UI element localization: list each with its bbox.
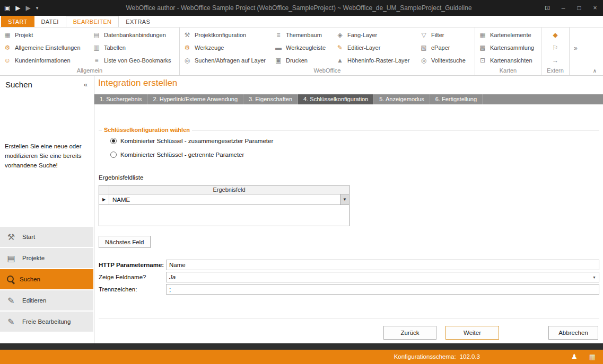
- window-controls: ⊡ – □ ×: [539, 0, 603, 16]
- http-param-label: HTTP Parametername:: [99, 262, 166, 268]
- radio-label: Kombinierter Schlüssel - getrennte Param…: [120, 152, 244, 158]
- ribbon-item-epaper[interactable]: ▧ ePaper: [416, 41, 475, 54]
- close-button[interactable]: ×: [587, 0, 603, 16]
- sidebar-item-editieren[interactable]: ✎ Editieren: [0, 290, 93, 310]
- ribbon-item-label: ePaper: [431, 45, 450, 51]
- layer-search-icon: ◎: [183, 57, 191, 64]
- wizard-step-2[interactable]: 2. Hyperlink/Externe Anwendung: [148, 94, 244, 104]
- sidebar-item-start[interactable]: ⚒ Start: [0, 227, 93, 247]
- ribbon-item-fang-layer[interactable]: ◈ Fang-Layer: [333, 29, 416, 41]
- main-content: Integration erstellen 1. Suchergebnis 2.…: [94, 76, 603, 343]
- ribbon-item-volltextsuche[interactable]: ◎ Volltextsuche: [416, 54, 475, 67]
- ribbon-item-datenbankanbindungen[interactable]: ▤ Datenbankanbindungen: [89, 29, 179, 41]
- grid-column-header[interactable]: Ergebnisfeld: [109, 185, 349, 194]
- ribbon-item-filter[interactable]: ▽ Filter: [416, 29, 475, 41]
- wizard-step-4[interactable]: 4. Schlüsselkonfiguration: [298, 94, 374, 104]
- ribbon-item-drucken[interactable]: ▣ Drucken: [271, 54, 333, 67]
- minimize-button[interactable]: –: [555, 0, 571, 16]
- show-fieldname-label: Zeige Feldname?: [99, 274, 166, 280]
- sidebar-item-suchen[interactable]: Suchen: [0, 269, 93, 289]
- ribbon-item-suchen-abfragen-layer[interactable]: ◎ Suchen/Abfragen auf Layer: [180, 54, 271, 67]
- cell-dropdown-button[interactable]: ▼: [340, 194, 349, 205]
- cancel-button[interactable]: Abbrechen: [548, 326, 598, 340]
- ribbon-group-label-karten: Karten: [475, 67, 541, 75]
- tab-extras[interactable]: EXTRAS: [119, 16, 157, 27]
- ribbon-item-label: Suchen/Abfragen auf Layer: [195, 57, 266, 64]
- window-title: WebOffice author - WebOffice Sample Proj…: [58, 4, 539, 12]
- free-edit-icon: ✎: [5, 317, 18, 327]
- back-button[interactable]: Zurück: [383, 326, 436, 340]
- sidebar-item-freie-bearbeitung[interactable]: ✎ Freie Bearbeitung: [0, 312, 93, 332]
- ribbon-item-kartenelemente[interactable]: ▦ Kartenelemente: [475, 29, 541, 41]
- qat-dropdown-icon[interactable]: ▾: [36, 5, 39, 11]
- ribbon-item-werkzeugleiste[interactable]: ▬ Werkzeugleiste: [271, 41, 333, 54]
- ribbon-item-label: Editier-Layer: [347, 45, 380, 51]
- sidebar-nav: ⚒ Start ▤ Projekte Suchen ✎ Editieren ✎: [0, 227, 93, 333]
- sidebar: Suchen « Erstellen Sie eine neue oder mo…: [0, 76, 94, 343]
- ribbon-item-themenbaum[interactable]: ≡ Themenbaum: [271, 29, 333, 41]
- connection-status-icon[interactable]: ▦: [589, 353, 596, 361]
- http-param-input[interactable]: [166, 260, 599, 270]
- ribbon-group-label-weboffice: WebOffice: [180, 67, 475, 75]
- ribbon-item-extern-geolocation[interactable]: ⚐: [541, 41, 569, 54]
- sidebar-item-label: Editieren: [22, 297, 46, 304]
- sidebar-item-label: Projekte: [22, 255, 45, 261]
- ribbon-item-tabellen[interactable]: ▥ Tabellen: [89, 41, 179, 54]
- selected-value: Ja: [169, 274, 176, 280]
- run-project-icon[interactable]: ▶: [15, 4, 20, 12]
- app-icon[interactable]: ▣: [4, 4, 10, 12]
- window-style-icon[interactable]: ⊡: [539, 0, 555, 16]
- ribbon-item-projektkonfiguration[interactable]: ⚒ Projektkonfiguration: [180, 29, 271, 41]
- separator-input[interactable]: [166, 284, 599, 295]
- projekt-icon: ▦: [3, 31, 12, 39]
- grid-row[interactable]: ▶ NAME ▼: [99, 194, 349, 205]
- ribbon-item-projekt[interactable]: ▦ Projekt: [0, 29, 89, 41]
- tab-bearbeiten[interactable]: BEARBEITEN: [66, 16, 119, 27]
- collapse-ribbon-icon[interactable]: ∧: [593, 68, 597, 74]
- ribbon-item-kartenansichten[interactable]: ⊡ Kartenansichten: [475, 54, 541, 67]
- quick-access-toolbar: ▣ ▶ ▶ ▾: [0, 4, 58, 12]
- user-status-icon[interactable]: ♟: [571, 352, 578, 361]
- form-row-separator: Trennzeichen:: [99, 284, 599, 295]
- footer-separator: [99, 318, 599, 318]
- form-row-show-fieldname: Zeige Feldname? Ja ▼: [99, 272, 599, 282]
- grid-corner-cell[interactable]: [99, 185, 109, 194]
- title-bar[interactable]: ▣ ▶ ▶ ▾ WebOffice author - WebOffice Sam…: [0, 0, 603, 16]
- radio-combined-key-separate-parameter[interactable]: Kombinierter Schlüssel - getrennte Param…: [110, 152, 244, 158]
- wizard-step-6[interactable]: 6. Fertigstellung: [430, 94, 483, 104]
- wizard-step-3[interactable]: 3. Eigenschaften: [243, 94, 298, 104]
- ribbon-item-kartensammlung[interactable]: ▩ Kartensammlung: [475, 41, 541, 54]
- sidebar-collapse-icon[interactable]: «: [84, 81, 88, 88]
- ribbon-item-allgemeine-einstellungen[interactable]: ⚙ Allgemeine Einstellungen: [0, 41, 89, 54]
- sidebar-item-projekte[interactable]: ▤ Projekte: [0, 248, 93, 268]
- next-button[interactable]: Weiter: [445, 326, 499, 340]
- application-window: ▣ ▶ ▶ ▾ WebOffice author - WebOffice Sam…: [0, 0, 603, 364]
- grid-cell-name[interactable]: NAME: [109, 194, 340, 205]
- map-views-icon: ⊡: [478, 57, 487, 64]
- projects-icon: ▤: [5, 253, 18, 263]
- show-fieldname-select[interactable]: Ja ▼: [166, 272, 599, 282]
- wizard-step-5[interactable]: 5. Anzeigemodus: [374, 94, 430, 104]
- ribbon-item-editier-layer[interactable]: ✎ Editier-Layer: [333, 41, 416, 54]
- radio-combined-key-composite-parameter[interactable]: Kombinierter Schlüssel - zusammengesetzt…: [110, 138, 273, 144]
- ribbon-item-extern-tool[interactable]: →: [541, 54, 569, 67]
- row-selector-cell[interactable]: ▶: [99, 194, 109, 205]
- ribbon-overflow-icon[interactable]: »: [574, 45, 578, 52]
- ribbon-item-werkzeuge[interactable]: ⚙ Werkzeuge: [180, 41, 271, 54]
- ribbon-item-label: Drucken: [286, 57, 308, 64]
- run-edit-icon[interactable]: ▶: [26, 4, 31, 12]
- ribbon-item-extern-pin[interactable]: ◆: [541, 29, 569, 41]
- tab-start[interactable]: START: [1, 16, 34, 27]
- tab-datei[interactable]: DATEI: [34, 16, 66, 27]
- wizard-step-bar: 1. Suchergebnis 2. Hyperlink/Externe Anw…: [94, 94, 603, 104]
- pin-icon: ◆: [551, 31, 560, 39]
- radio-unselected-icon: [110, 152, 117, 158]
- ribbon-item-geo-bookmarks[interactable]: ≡ Liste von Geo-Bookmarks: [89, 54, 179, 67]
- wizard-step-1[interactable]: 1. Suchergebnis: [94, 94, 148, 104]
- groupbox-label: Schlüsselkonfiguration wählen: [104, 127, 190, 133]
- ribbon-item-hoeheninfo-raster-layer[interactable]: ▲ Höheninfo-Raster-Layer: [333, 54, 416, 67]
- ribbon-item-kundeninformationen[interactable]: ☺ Kundeninformationen: [0, 54, 89, 67]
- start-icon: ⚒: [5, 232, 18, 242]
- next-field-button[interactable]: Nächstes Feld: [99, 236, 151, 248]
- maximize-button[interactable]: □: [571, 0, 587, 16]
